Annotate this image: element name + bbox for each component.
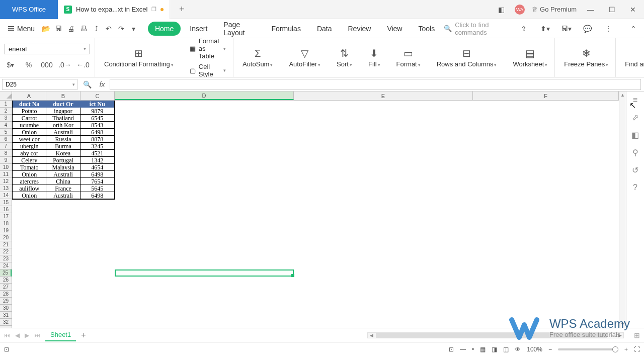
table-row[interactable]: TomatoMalaysia4654 bbox=[13, 164, 114, 171]
cell[interactable]: 6498 bbox=[80, 129, 114, 136]
cell[interactable]: Onion bbox=[13, 192, 46, 199]
increase-decimal-icon[interactable]: .0→ bbox=[58, 58, 71, 71]
cell[interactable]: aby cor bbox=[13, 150, 46, 157]
sheet-last-icon[interactable]: ⏭ bbox=[34, 332, 40, 339]
duplicate-icon[interactable]: ❐ bbox=[151, 6, 156, 13]
col-header-d[interactable]: D bbox=[115, 92, 294, 100]
row-header-3[interactable]: 3 bbox=[0, 115, 12, 122]
freeze-panes-button[interactable]: Freeze Panes▾ bbox=[564, 60, 608, 68]
add-sheet-button[interactable]: + bbox=[81, 331, 86, 340]
scroll-up-icon[interactable]: ▲ bbox=[619, 92, 626, 99]
cell[interactable]: duct Or bbox=[46, 101, 80, 108]
fullscreen-icon[interactable]: ⛶ bbox=[634, 346, 640, 353]
comma-icon[interactable]: 000 bbox=[40, 58, 53, 71]
row-header-20[interactable]: 20 bbox=[0, 234, 12, 241]
row-header-30[interactable]: 30 bbox=[0, 305, 12, 312]
rows-cols-button[interactable]: Rows and Columns▾ bbox=[437, 60, 497, 68]
cell[interactable]: Thailand bbox=[46, 115, 80, 122]
scroll-right-icon[interactable]: ▶ bbox=[616, 333, 623, 338]
layout-icon[interactable]: ◧ bbox=[495, 3, 508, 16]
row-header-16[interactable]: 16 bbox=[0, 206, 12, 213]
cell[interactable]: China bbox=[46, 178, 80, 185]
cell[interactable]: orth Kor bbox=[46, 122, 80, 129]
status-cell-icon[interactable]: ⊡ bbox=[449, 346, 454, 353]
row-header-26[interactable]: 26 bbox=[0, 277, 12, 284]
table-row[interactable]: Potatoingapor9879 bbox=[13, 108, 114, 115]
share-icon[interactable]: ⇪ bbox=[517, 22, 530, 35]
row-header-22[interactable]: 22 bbox=[0, 248, 12, 255]
row-header-14[interactable]: 14 bbox=[0, 192, 12, 199]
percent-icon[interactable]: % bbox=[22, 58, 35, 71]
decrease-decimal-icon[interactable]: ←.0 bbox=[76, 58, 90, 71]
redo-icon[interactable]: ↷ bbox=[116, 22, 126, 35]
cell[interactable]: atercres bbox=[13, 178, 46, 185]
cell[interactable]: Australi bbox=[46, 192, 80, 199]
cell[interactable]: auliflow bbox=[13, 185, 46, 192]
number-format-dropdown[interactable]: eneral bbox=[4, 44, 90, 54]
sidebar-history-icon[interactable]: ↺ bbox=[632, 165, 638, 175]
scroll-thumb[interactable] bbox=[376, 333, 607, 338]
spreadsheet-grid[interactable]: A B C D E F 1234567891011121314151617181… bbox=[0, 92, 626, 328]
row-header-15[interactable]: 15 bbox=[0, 199, 12, 206]
cloud-icon[interactable]: ⬆▾ bbox=[538, 22, 551, 35]
format-button[interactable]: Format▾ bbox=[396, 60, 421, 68]
row-header-19[interactable]: 19 bbox=[0, 227, 12, 234]
status-dash-icon[interactable]: — bbox=[460, 346, 466, 353]
cells-area[interactable]: duct Naduct Orict NuPotatoingapor9879Car… bbox=[12, 101, 619, 328]
cell[interactable]: Potato bbox=[13, 108, 46, 115]
table-row[interactable]: CarrotThailand6545 bbox=[13, 115, 114, 122]
row-headers[interactable]: 1234567891011121314151617181920212223242… bbox=[0, 101, 12, 328]
scroll-left-icon[interactable]: ◀ bbox=[368, 333, 375, 338]
command-search[interactable]: 🔍 Click to find commands bbox=[444, 21, 507, 36]
fill-button[interactable]: Fill▾ bbox=[368, 60, 380, 68]
tab-page-layout[interactable]: Page Layout bbox=[216, 18, 262, 40]
row-header-13[interactable]: 13 bbox=[0, 185, 12, 192]
tab-view[interactable]: View bbox=[380, 22, 409, 36]
cell[interactable]: 6545 bbox=[80, 115, 114, 122]
cell[interactable]: Australi bbox=[46, 129, 80, 136]
find-replace-button[interactable]: Find and Replace▾ bbox=[625, 60, 644, 68]
grid-toggle-icon[interactable]: ⊞ bbox=[634, 331, 640, 339]
table-row[interactable]: OnionAustrali6498 bbox=[13, 192, 114, 199]
cell[interactable]: Onion bbox=[13, 129, 46, 136]
sidebar-menu-icon[interactable]: ≡ bbox=[633, 96, 637, 105]
fx-icon[interactable]: fx bbox=[95, 80, 110, 88]
row-header-8[interactable]: 8 bbox=[0, 150, 12, 157]
view-page-icon[interactable]: ◨ bbox=[492, 346, 497, 353]
sidebar-select-icon[interactable]: ⬀ bbox=[632, 113, 638, 122]
cell[interactable]: Korea bbox=[46, 150, 80, 157]
col-header-c[interactable]: C bbox=[80, 92, 115, 100]
table-row[interactable]: OnionAustrali6498 bbox=[13, 129, 114, 136]
save-icon[interactable]: 🖫 bbox=[53, 22, 64, 35]
save-as-icon[interactable]: 🖫▾ bbox=[559, 22, 573, 35]
name-box[interactable]: D25 bbox=[2, 79, 77, 90]
minimize-button[interactable]: — bbox=[584, 3, 598, 17]
sheet-first-icon[interactable]: ⏮ bbox=[4, 332, 10, 339]
cell[interactable]: Malaysia bbox=[46, 164, 80, 171]
row-header-2[interactable]: 2 bbox=[0, 108, 12, 115]
app-tab[interactable]: WPS Office bbox=[0, 0, 58, 19]
cell[interactable]: ubergin bbox=[13, 143, 46, 150]
row-header-7[interactable]: 7 bbox=[0, 143, 12, 150]
cell[interactable]: Tomato bbox=[13, 164, 46, 171]
col-header-a[interactable]: A bbox=[12, 92, 46, 100]
view-normal-icon[interactable]: ▦ bbox=[480, 346, 486, 353]
row-header-1[interactable]: 1 bbox=[0, 101, 12, 108]
sort-button[interactable]: Sort▾ bbox=[337, 60, 352, 68]
table-row[interactable]: ucumbeorth Kor8543 bbox=[13, 122, 114, 129]
row-header-28[interactable]: 28 bbox=[0, 291, 12, 298]
row-header-21[interactable]: 21 bbox=[0, 241, 12, 248]
row-header-12[interactable]: 12 bbox=[0, 178, 12, 185]
export-icon[interactable]: ⤴ bbox=[91, 22, 102, 35]
collapse-ribbon-icon[interactable]: ⌃ bbox=[627, 22, 640, 35]
cell[interactable]: 1342 bbox=[80, 157, 114, 164]
table-row[interactable]: OnionAustrali6498 bbox=[13, 171, 114, 178]
print-preview-icon[interactable]: 🖶 bbox=[78, 22, 89, 35]
tab-insert[interactable]: Insert bbox=[183, 22, 214, 36]
cell[interactable]: 3245 bbox=[80, 143, 114, 150]
autosum-button[interactable]: AutoSum▾ bbox=[243, 60, 273, 68]
cell[interactable]: 9879 bbox=[80, 108, 114, 115]
print-icon[interactable]: 🖨 bbox=[66, 22, 76, 35]
select-all-corner[interactable] bbox=[0, 92, 12, 100]
status-icon[interactable]: ⊡ bbox=[4, 346, 9, 353]
